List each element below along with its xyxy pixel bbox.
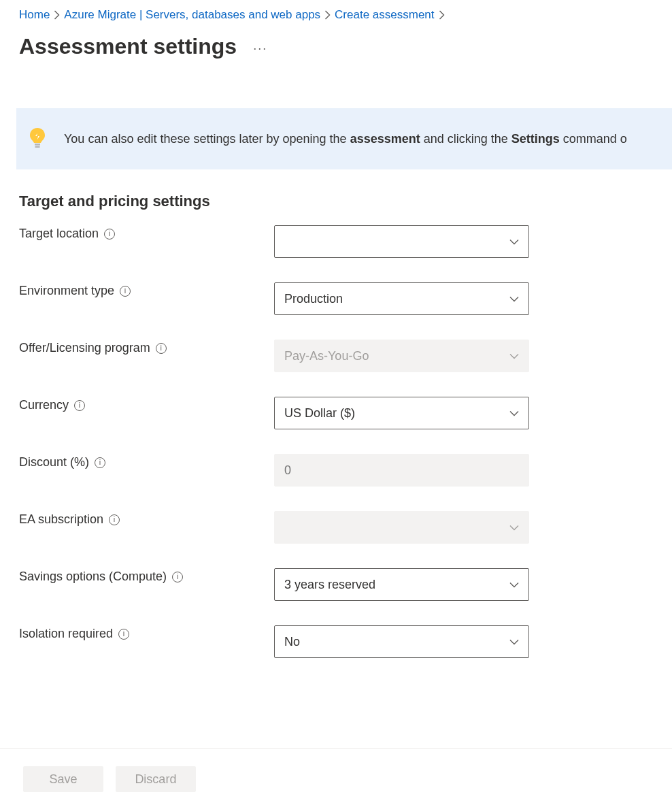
label-discount: Discount (%) (19, 455, 89, 470)
info-icon[interactable]: i (74, 400, 85, 411)
select-value: Production (284, 292, 343, 306)
banner-suffix: command o (560, 132, 627, 146)
breadcrumb-azure-migrate[interactable]: Azure Migrate | Servers, databases and w… (64, 8, 320, 22)
chevron-down-icon (509, 292, 519, 306)
chevron-right-icon (439, 10, 445, 20)
label-target-location: Target location (19, 227, 99, 241)
info-icon[interactable]: i (120, 286, 131, 297)
footer: Save Discard (0, 748, 672, 805)
banner-bold-settings: Settings (511, 132, 560, 146)
svg-rect-1 (35, 146, 40, 148)
label-currency: Currency (19, 398, 69, 412)
chevron-down-icon (509, 635, 519, 649)
chevron-right-icon (324, 10, 331, 20)
banner-mid: and clicking the (420, 132, 511, 146)
lightbulb-icon (29, 127, 46, 150)
select-currency[interactable]: US Dollar ($) (274, 397, 529, 429)
select-value: 3 years reserved (284, 578, 375, 592)
select-value: No (284, 635, 300, 649)
chevron-right-icon (54, 10, 60, 20)
select-target-location[interactable] (274, 225, 529, 258)
more-actions-button[interactable]: ··· (253, 37, 267, 56)
input-discount (274, 454, 529, 487)
form-target-pricing: Target location i Environment type i Pro (19, 225, 672, 658)
chevron-down-icon (509, 521, 519, 535)
select-value: US Dollar ($) (284, 406, 355, 421)
info-icon[interactable]: i (118, 629, 129, 640)
select-savings-options[interactable]: 3 years reserved (274, 568, 529, 601)
info-icon[interactable]: i (95, 457, 105, 468)
chevron-down-icon (509, 578, 519, 592)
info-banner-text: You can also edit these settings later b… (64, 130, 627, 148)
label-savings-options: Savings options (Compute) (19, 570, 167, 584)
label-environment-type: Environment type (19, 284, 114, 298)
label-isolation-required: Isolation required (19, 627, 113, 641)
discard-button[interactable]: Discard (116, 766, 196, 792)
info-icon[interactable]: i (156, 343, 167, 354)
chevron-down-icon (509, 235, 519, 249)
label-offer-licensing: Offer/Licensing program (19, 341, 150, 355)
save-button[interactable]: Save (23, 766, 103, 792)
info-icon[interactable]: i (109, 514, 120, 525)
info-icon[interactable]: i (104, 229, 115, 240)
breadcrumb: Home Azure Migrate | Servers, databases … (19, 5, 672, 22)
chevron-down-icon (509, 406, 519, 421)
select-environment-type[interactable]: Production (274, 282, 529, 315)
select-value: Pay-As-You-Go (284, 349, 369, 363)
svg-rect-0 (35, 144, 40, 146)
banner-prefix: You can also edit these settings later b… (64, 132, 350, 146)
section-target-pricing: Target and pricing settings (19, 193, 672, 210)
select-offer-licensing: Pay-As-You-Go (274, 340, 529, 372)
select-ea-subscription (274, 511, 529, 544)
select-isolation-required[interactable]: No (274, 625, 529, 658)
banner-bold-assessment: assessment (350, 132, 420, 146)
info-banner: You can also edit these settings later b… (16, 108, 672, 169)
chevron-down-icon (509, 349, 519, 363)
info-icon[interactable]: i (172, 572, 183, 582)
breadcrumb-home[interactable]: Home (19, 8, 50, 22)
label-ea-subscription: EA subscription (19, 512, 103, 527)
page-title: Assessment settings (19, 34, 237, 59)
breadcrumb-create-assessment[interactable]: Create assessment (335, 8, 434, 22)
